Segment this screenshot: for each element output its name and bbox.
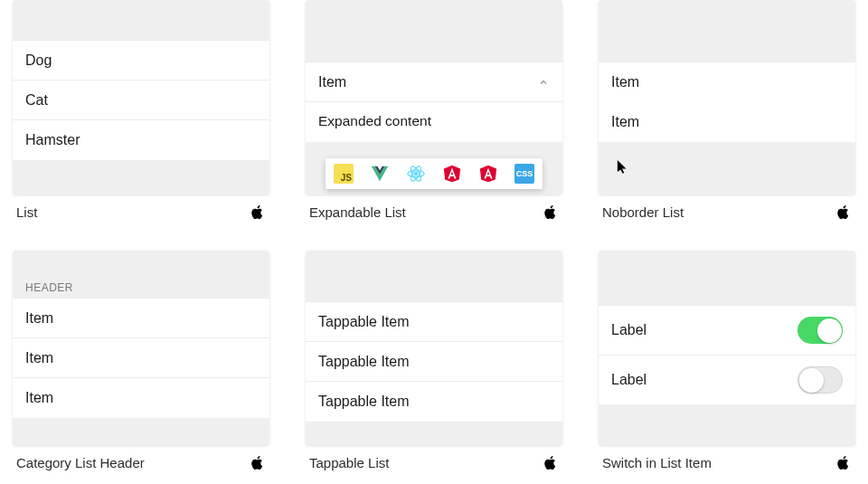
- list-item-label: Item: [611, 114, 639, 130]
- list-item[interactable]: Item: [13, 338, 269, 378]
- expandable-list-header[interactable]: Item: [306, 62, 562, 102]
- example-tappable-list: Tappable Item Tappable Item Tappable Ite…: [306, 251, 562, 470]
- apple-icon: [250, 454, 266, 470]
- angular2-icon[interactable]: [478, 164, 498, 184]
- caption-row: Switch in List Item: [599, 445, 855, 470]
- switch-label: Label: [611, 322, 646, 338]
- list: Item Item: [599, 62, 855, 142]
- example-noborder-list: Item Item Noborder List: [599, 0, 855, 220]
- list-item-label: Hamster: [25, 132, 80, 148]
- caption-row: Noborder List: [599, 195, 855, 220]
- caption-label: Category List Header: [16, 455, 145, 470]
- tech-toolbar: JS CSS: [326, 158, 542, 189]
- switch-list-item: Label: [599, 306, 855, 356]
- apple-icon: [542, 454, 559, 470]
- list: Item Expanded content: [306, 62, 562, 142]
- example-category-list: HEADER Item Item Item Category List Head…: [13, 251, 269, 470]
- list-item-label: Tappable Item: [318, 314, 410, 330]
- list-item-label: Item: [25, 390, 53, 406]
- card: HEADER Item Item Item: [13, 251, 269, 445]
- list-item[interactable]: Item: [13, 378, 269, 418]
- js-icon[interactable]: JS: [334, 164, 354, 184]
- caption-row: Category List Header: [13, 445, 269, 470]
- list-item[interactable]: Item: [599, 62, 855, 102]
- cursor-arrow-icon: [617, 159, 629, 176]
- list: Item Item Item: [13, 298, 269, 418]
- list-item[interactable]: Hamster: [13, 120, 269, 160]
- card: Dog Cat Hamster: [13, 0, 269, 195]
- apple-icon: [835, 204, 852, 220]
- list: Tappable Item Tappable Item Tappable Ite…: [306, 301, 562, 422]
- list-item-label: Item: [611, 74, 639, 90]
- svg-point-0: [414, 172, 418, 176]
- example-expandable-list: Item Expanded content JS: [306, 0, 562, 220]
- tappable-list-item[interactable]: Tappable Item: [306, 342, 562, 382]
- list-item[interactable]: Cat: [13, 81, 269, 120]
- caption-label: Expandable List: [309, 204, 406, 220]
- react-icon[interactable]: [406, 164, 426, 184]
- list-item-label: Item: [25, 310, 53, 327]
- list-section-header: HEADER: [13, 274, 269, 298]
- expanded-content: Expanded content: [306, 102, 562, 142]
- chevron-up-icon: [537, 76, 550, 89]
- caption-label: List: [16, 204, 37, 220]
- card: Label Label: [599, 251, 855, 445]
- angular-icon[interactable]: [442, 164, 462, 184]
- list-item[interactable]: Item: [13, 299, 269, 338]
- list-item-label: Item: [25, 350, 53, 366]
- switch-label: Label: [611, 372, 646, 388]
- caption-label: Switch in List Item: [602, 455, 712, 470]
- card: Item Expanded content JS: [306, 0, 562, 195]
- list-item[interactable]: Item: [599, 102, 855, 142]
- list-item-label: Tappable Item: [318, 394, 410, 410]
- tappable-list-item[interactable]: Tappable Item: [306, 302, 562, 342]
- switch-toggle[interactable]: [797, 317, 843, 344]
- caption-label: Tappable List: [309, 455, 389, 470]
- card: Item Item: [599, 0, 855, 195]
- list-item-label: Dog: [25, 52, 52, 69]
- tappable-list-item[interactable]: Tappable Item: [306, 382, 562, 422]
- apple-icon: [835, 454, 852, 470]
- css-icon[interactable]: CSS: [514, 164, 534, 184]
- list-item-label: Cat: [25, 92, 48, 109]
- switch-list-item: Label: [599, 356, 855, 404]
- card: Tappable Item Tappable Item Tappable Ite…: [306, 251, 562, 445]
- apple-icon: [250, 204, 266, 220]
- caption-row: Expandable List: [306, 195, 562, 220]
- caption-row: List: [13, 195, 269, 220]
- switch-toggle[interactable]: [797, 366, 843, 394]
- list-item-label: Tappable Item: [318, 354, 410, 370]
- vue-icon[interactable]: [370, 164, 390, 184]
- list-item-label: Item: [318, 74, 346, 90]
- apple-icon: [542, 204, 559, 220]
- list: Label Label: [599, 305, 855, 404]
- list: Dog Cat Hamster: [13, 40, 269, 160]
- caption-row: Tappable List: [306, 445, 562, 470]
- example-switch-list: Label Label Switch in List Item: [599, 251, 855, 470]
- caption-label: Noborder List: [602, 204, 684, 220]
- example-list: Dog Cat Hamster List: [13, 0, 269, 220]
- list-item[interactable]: Dog: [13, 41, 269, 81]
